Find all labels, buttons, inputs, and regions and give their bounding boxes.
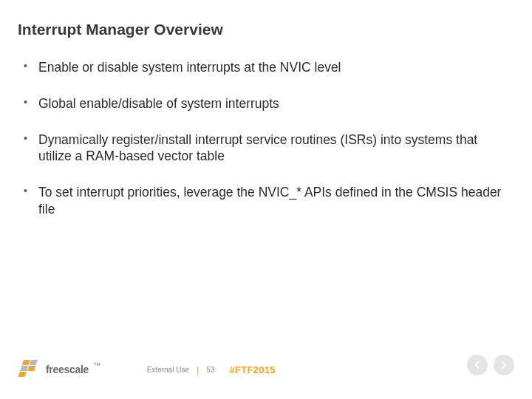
- slide: Interrupt Manager Overview Enable or dis…: [0, 0, 532, 399]
- page-number: 53: [206, 366, 214, 374]
- bullet-list: Enable or disable system interrupts at t…: [18, 59, 507, 218]
- list-item: Enable or disable system interrupts at t…: [22, 59, 507, 76]
- prev-button[interactable]: [467, 355, 488, 375]
- list-item: To set interrupt priorities, leverage th…: [22, 184, 507, 218]
- chevron-right-icon: [499, 361, 508, 369]
- svg-rect-2: [20, 366, 28, 371]
- slide-title: Interrupt Manager Overview: [18, 21, 507, 38]
- trademark: TM: [94, 362, 100, 366]
- external-use-label: External Use: [147, 366, 189, 374]
- brand-logo: freescale TM: [18, 360, 100, 379]
- brand-name: freescale: [46, 364, 89, 375]
- chevron-left-icon: [473, 361, 482, 369]
- logo-icon: [18, 360, 41, 379]
- footer: freescale TM External Use | 53 #FTF2015: [0, 352, 532, 387]
- meta-separator: |: [197, 364, 199, 375]
- svg-rect-4: [18, 372, 27, 377]
- svg-rect-1: [30, 360, 38, 365]
- next-button[interactable]: [494, 355, 514, 375]
- footer-meta: External Use | 53 #FTF2015: [147, 364, 276, 375]
- hashtag: #FTF2015: [229, 364, 275, 375]
- svg-rect-0: [22, 360, 30, 365]
- svg-rect-3: [27, 366, 35, 371]
- slide-nav: [467, 355, 514, 375]
- list-item: Dynamically register/install interrupt s…: [22, 132, 507, 166]
- list-item: Global enable/disable of system interrup…: [22, 95, 507, 112]
